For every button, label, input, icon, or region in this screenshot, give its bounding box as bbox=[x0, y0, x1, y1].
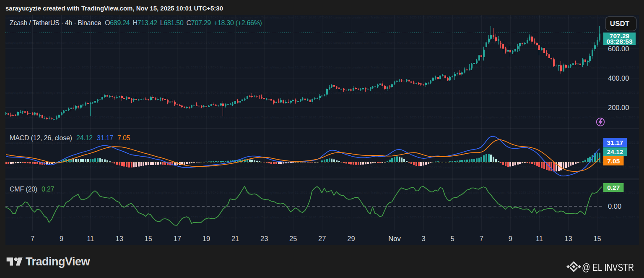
svg-text:7.05: 7.05 bbox=[607, 157, 620, 165]
svg-text:11: 11 bbox=[87, 235, 94, 242]
svg-text:15: 15 bbox=[145, 235, 152, 242]
svg-text:Nov: Nov bbox=[388, 235, 401, 242]
svg-text:31.17: 31.17 bbox=[607, 139, 623, 146]
svg-text:TradingView: TradingView bbox=[26, 255, 91, 268]
svg-text:600.00: 600.00 bbox=[608, 45, 629, 52]
svg-text:3: 3 bbox=[422, 235, 426, 242]
svg-text:13: 13 bbox=[564, 235, 572, 242]
svg-text:11: 11 bbox=[536, 235, 543, 242]
svg-text:9: 9 bbox=[60, 235, 63, 242]
svg-text:MACD (12, 26, close)24.1231.17: MACD (12, 26, close)24.1231.177.05 bbox=[10, 134, 130, 142]
svg-text:CMF (20)0.27: CMF (20)0.27 bbox=[10, 186, 55, 193]
svg-text:24.12: 24.12 bbox=[607, 148, 623, 155]
svg-text:5: 5 bbox=[451, 235, 454, 242]
svg-text:27: 27 bbox=[318, 235, 326, 242]
svg-text:21: 21 bbox=[231, 235, 239, 242]
svg-text:15: 15 bbox=[593, 235, 601, 242]
svg-text:9: 9 bbox=[509, 235, 512, 242]
svg-text:23: 23 bbox=[260, 235, 268, 242]
svg-text:Zcash / TetherUS · 4h · Binanc: Zcash / TetherUS · 4h · BinanceO689.24H7… bbox=[10, 19, 262, 26]
svg-text:400.00: 400.00 bbox=[608, 74, 629, 82]
svg-text:@ EL INVSTR: @ EL INVSTR bbox=[582, 262, 634, 273]
svg-text:13: 13 bbox=[116, 235, 123, 242]
svg-text:7: 7 bbox=[31, 235, 34, 242]
svg-text:25: 25 bbox=[289, 235, 297, 242]
svg-text:USDT: USDT bbox=[610, 20, 630, 28]
svg-text:0.27: 0.27 bbox=[607, 184, 620, 191]
svg-text:0.00: 0.00 bbox=[608, 202, 621, 210]
svg-text:03:28:53: 03:28:53 bbox=[606, 38, 632, 45]
svg-text:7: 7 bbox=[480, 235, 483, 242]
svg-text:29: 29 bbox=[347, 235, 355, 242]
svg-text:19: 19 bbox=[203, 235, 210, 242]
svg-text:17: 17 bbox=[174, 235, 181, 242]
svg-text:200.00: 200.00 bbox=[608, 104, 629, 111]
